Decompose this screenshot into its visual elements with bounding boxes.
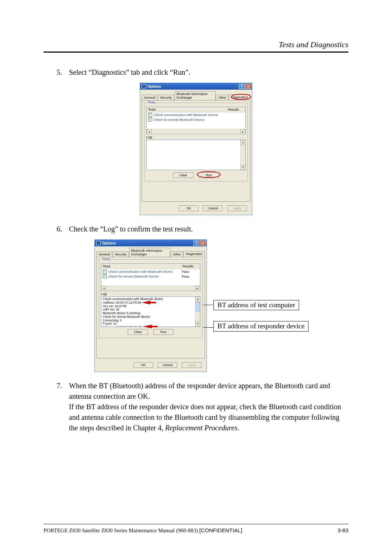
ok-button[interactable]: OK [134, 362, 153, 368]
tab-strip: General Security Bluetooth Information E… [140, 90, 252, 100]
page-number: 3-83 [338, 527, 348, 533]
tab-security[interactable]: Security [113, 251, 129, 257]
options-dialog-2-wrap: Options General Security Bluetooth Infor… [44, 239, 348, 372]
col-results-header: Results [181, 264, 200, 269]
tab-bluetooth-exchanger[interactable]: Bluetooth Information Exchanger [129, 248, 170, 257]
step-5-text: Select “Diagnostics” tab and click “Run”… [69, 67, 348, 78]
arrow-stem [150, 326, 158, 327]
help-icon[interactable] [239, 84, 245, 89]
test-row-2[interactable]: Check for remote Bluetooth Device [147, 117, 245, 122]
log-label: Log: [146, 135, 246, 139]
tab-diagnostics-label: Diagnostics [231, 95, 248, 99]
step-7: 7. When the BT (Bluetooth) address of th… [44, 381, 348, 433]
page-footer: PORTEGE Z830 Satellite Z830 Series Maint… [44, 524, 348, 534]
scroll-down-icon[interactable] [241, 165, 246, 170]
run-button-label: Run [206, 173, 212, 177]
dialog-footer: OK Cancel Apply [95, 360, 207, 372]
dialog-app-icon [142, 84, 146, 89]
cancel-button[interactable]: Cancel [203, 205, 222, 211]
close-icon[interactable] [200, 241, 206, 246]
log-label: Log: [101, 292, 200, 296]
step-7-para-1: When the BT (Bluetooth) address of the r… [69, 381, 348, 402]
log-textarea[interactable]: Check communication with Bluetooth devic… [101, 296, 200, 327]
log-textarea[interactable] [146, 140, 246, 170]
cancel-button[interactable]: Cancel [158, 362, 177, 368]
dialog-body: Tests Tests Results Check communication … [96, 257, 205, 358]
callout-connector [203, 327, 213, 328]
tab-diagnostics[interactable]: Diagnostics [183, 251, 205, 257]
tab-strip: General Security Bluetooth Information E… [95, 246, 207, 257]
dialog-title-text: Options [147, 85, 161, 89]
step-5-number: 5. [57, 67, 65, 78]
test-row-1-result: Pass [180, 270, 199, 274]
col-tests-header: Tests [101, 264, 181, 269]
step-7-para-2: If the BT address of the responder devic… [69, 402, 348, 433]
dialog-titlebar: Options [95, 240, 207, 246]
step-6: 6. Check the “Log” to confirm the test r… [44, 224, 348, 234]
scroll-down-icon[interactable] [195, 321, 200, 327]
step-5: 5. Select “Diagnostics” tab and click “R… [44, 67, 348, 78]
tab-general[interactable]: General [96, 251, 112, 257]
scroll-right-icon[interactable] [240, 129, 245, 134]
ok-button[interactable]: OK [179, 205, 199, 211]
scroll-up-icon[interactable] [195, 297, 200, 302]
test-row-2-result: Pass [180, 275, 199, 278]
tab-diagnostics[interactable]: Diagnostics [229, 94, 250, 100]
h-scrollbar[interactable] [101, 286, 200, 291]
dialog-titlebar: Options [140, 83, 252, 90]
test-row-1[interactable]: Check communication with Bluetooth Devic… [147, 112, 245, 117]
tab-security[interactable]: Security [158, 95, 174, 100]
dialog-app-icon [96, 241, 101, 245]
dialog-footer: OK Cancel Apply [140, 203, 252, 215]
checkbox-icon[interactable] [103, 274, 107, 278]
test-row-1-text: Check communication with Bluetooth Devic… [108, 270, 180, 274]
clear-button[interactable]: Clear [173, 172, 193, 178]
footer-confidential: [CONFIDENTIAL] [199, 527, 242, 533]
run-button[interactable]: Run [153, 329, 173, 335]
footer-left-text: PORTEGE Z830 Satellite Z830 Series Maint… [44, 528, 199, 533]
scroll-left-icon[interactable] [147, 129, 152, 134]
tests-buttons-row: Clear Run [101, 329, 200, 335]
v-scrollbar[interactable] [240, 140, 245, 170]
apply-button[interactable]: Apply [227, 205, 247, 211]
checkbox-icon[interactable] [148, 118, 152, 122]
col-results-header: Results [226, 107, 245, 112]
options-dialog-1: Options General Security Bluetooth Infor… [140, 83, 252, 215]
tests-listbox[interactable]: Tests Results Check communication with B… [101, 263, 200, 291]
dialog-title-text: Options [102, 241, 116, 245]
checkbox-icon[interactable] [103, 270, 107, 274]
callout-connector [203, 305, 213, 305]
apply-button[interactable]: Apply [182, 362, 201, 368]
tests-list-header: Tests Results [101, 264, 200, 269]
test-row-1[interactable]: Check communication with Bluetooth Devic… [101, 269, 200, 274]
tab-bluetooth-exchanger[interactable]: Bluetooth Information Exchanger [175, 91, 216, 100]
scroll-up-icon[interactable] [241, 140, 246, 145]
section-title: Tests and Diagnostics [279, 40, 348, 49]
tab-other[interactable]: Other [216, 95, 229, 100]
test-row-2[interactable]: Check for remote Bluetooth Device Pass [101, 274, 200, 279]
callout-test-computer: BT address of test computer [213, 300, 299, 310]
options-dialog-1-wrap: Options General Security Bluetooth Infor… [44, 83, 348, 215]
test-row-2-text: Check for remote Bluetooth Device [108, 275, 180, 278]
col-tests-header: Tests [147, 107, 226, 112]
step-7-number: 7. [57, 381, 65, 433]
step-7-text-c: . [237, 424, 239, 432]
scroll-thumb[interactable] [196, 302, 200, 311]
checkbox-icon[interactable] [148, 113, 152, 117]
close-icon[interactable] [245, 84, 251, 89]
tests-listbox[interactable]: Tests Results Check communication with B… [146, 107, 246, 134]
tests-group: Tests Tests Results Check communication … [144, 103, 248, 181]
run-button[interactable]: Run [199, 172, 219, 178]
clear-button[interactable]: Clear [128, 329, 148, 335]
h-scrollbar[interactable] [147, 129, 245, 134]
v-scrollbar[interactable] [195, 297, 200, 327]
tests-group-label: Tests [101, 257, 111, 261]
scroll-left-icon[interactable] [101, 286, 106, 291]
help-icon[interactable] [193, 241, 199, 246]
tests-list-header: Tests Results [147, 107, 245, 112]
replacement-procedures-italic: Replacement Procedures [165, 424, 237, 432]
test-row-2-text: Check for remote Bluetooth Device [154, 118, 244, 122]
scroll-right-icon[interactable] [195, 286, 200, 291]
tab-other[interactable]: Other [171, 251, 183, 257]
tab-general[interactable]: General [142, 95, 158, 100]
